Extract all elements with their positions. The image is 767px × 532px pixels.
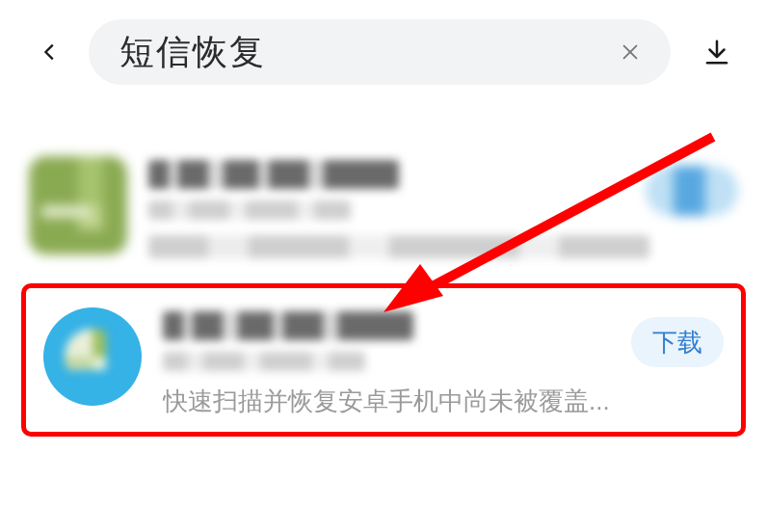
app-description [148,235,649,258]
app-subtitle [163,352,365,371]
app-icon [29,156,127,254]
app-description: 快速扫描并恢复安卓手机中尚未被覆盖... [163,385,702,418]
app-result-item[interactable] [17,143,750,272]
search-input[interactable] [119,32,599,72]
search-results: 下载 快速扫描并恢复安卓手机中尚未被覆盖... [0,143,767,437]
search-box[interactable] [89,19,671,85]
download-button[interactable]: 下载 [631,317,724,367]
app-icon [43,307,142,406]
install-button[interactable] [646,166,738,216]
app-subtitle [148,200,351,220]
search-header [0,0,767,104]
downloads-button[interactable] [694,29,740,75]
close-icon [620,41,641,63]
app-body [148,156,738,258]
clear-search-button[interactable] [611,33,649,71]
back-button[interactable] [27,29,73,75]
highlighted-result: 下载 快速扫描并恢复安卓手机中尚未被覆盖... [21,283,746,437]
chevron-left-icon [40,41,61,63]
download-icon [702,38,731,66]
app-title [148,160,399,189]
app-body: 下载 快速扫描并恢复安卓手机中尚未被覆盖... [163,307,724,418]
app-title [163,311,413,340]
app-result-item[interactable]: 下载 快速扫描并恢复安卓手机中尚未被覆盖... [36,302,731,418]
